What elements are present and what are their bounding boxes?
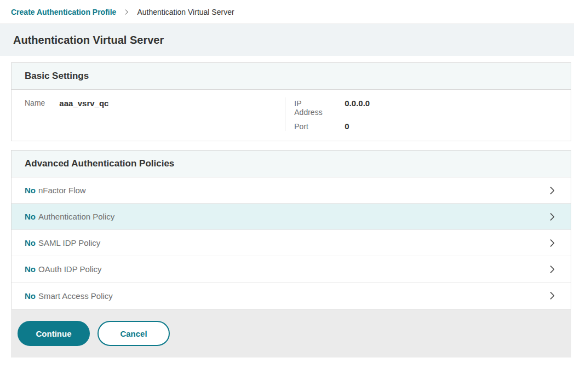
breadcrumb-separator-chevron-icon: [123, 8, 130, 16]
breadcrumb: Create Authentication Profile Authentica…: [0, 0, 574, 24]
advanced-authentication-policies-card: Advanced Authentication Policies No nFac…: [11, 150, 571, 309]
policy-count: No: [25, 186, 36, 195]
page-header: Authentication Virtual Server: [0, 24, 574, 56]
policy-count: No: [25, 212, 36, 221]
basic-settings-header: Basic Settings: [12, 63, 571, 90]
policy-label: Smart Access Policy: [38, 291, 113, 301]
name-value: aaa_vsrv_qc: [59, 99, 108, 108]
page-title: Authentication Virtual Server: [13, 34, 164, 47]
policy-label: Authentication Policy: [38, 212, 114, 221]
breadcrumb-current: Authentication Virtual Server: [137, 8, 234, 16]
policy-label: nFactor Flow: [38, 186, 86, 195]
cancel-button[interactable]: Cancel: [97, 321, 170, 346]
policy-row-nfactor-flow[interactable]: No nFactor Flow: [12, 177, 571, 204]
basic-settings-name-field: Name aaa_vsrv_qc: [12, 97, 285, 131]
policy-label: OAuth IDP Policy: [38, 264, 102, 274]
chevron-right-icon: [547, 290, 558, 301]
policy-label: SAML IDP Policy: [38, 238, 100, 247]
advanced-policies-header: Advanced Authentication Policies: [12, 151, 571, 177]
policy-count: No: [25, 264, 36, 274]
chevron-right-icon: [547, 185, 558, 196]
ip-address-value: 0.0.0.0: [345, 99, 370, 108]
policy-count: No: [25, 238, 36, 247]
policy-row-oauth-idp-policy[interactable]: No OAuth IDP Policy: [12, 256, 571, 283]
continue-button[interactable]: Continue: [18, 321, 90, 346]
basic-settings-body: Name aaa_vsrv_qc IP Address 0.0.0.0 Port…: [12, 90, 571, 141]
basic-settings-address-fields: IP Address 0.0.0.0 Port 0: [285, 97, 378, 131]
advanced-policies-title: Advanced Authentication Policies: [25, 158, 558, 169]
policy-row-saml-idp-policy[interactable]: No SAML IDP Policy: [12, 230, 571, 256]
policy-row-smart-access-policy[interactable]: No Smart Access Policy: [12, 283, 571, 309]
basic-settings-title: Basic Settings: [25, 71, 558, 82]
action-bar: Continue Cancel: [11, 309, 571, 358]
policy-row-authentication-policy[interactable]: No Authentication Policy: [12, 204, 571, 230]
chevron-right-icon: [547, 264, 558, 275]
ip-address-label: IP Address: [294, 99, 330, 117]
breadcrumb-link-create-authentication-profile[interactable]: Create Authentication Profile: [11, 8, 116, 16]
policy-count: No: [25, 291, 36, 301]
port-value: 0: [345, 122, 370, 131]
main-content: Basic Settings Name aaa_vsrv_qc IP Addre…: [0, 56, 574, 358]
chevron-right-icon: [547, 238, 558, 249]
name-label: Name: [25, 99, 45, 107]
chevron-right-icon: [547, 211, 558, 222]
port-label: Port: [294, 122, 330, 131]
basic-settings-card: Basic Settings Name aaa_vsrv_qc IP Addre…: [11, 62, 571, 141]
